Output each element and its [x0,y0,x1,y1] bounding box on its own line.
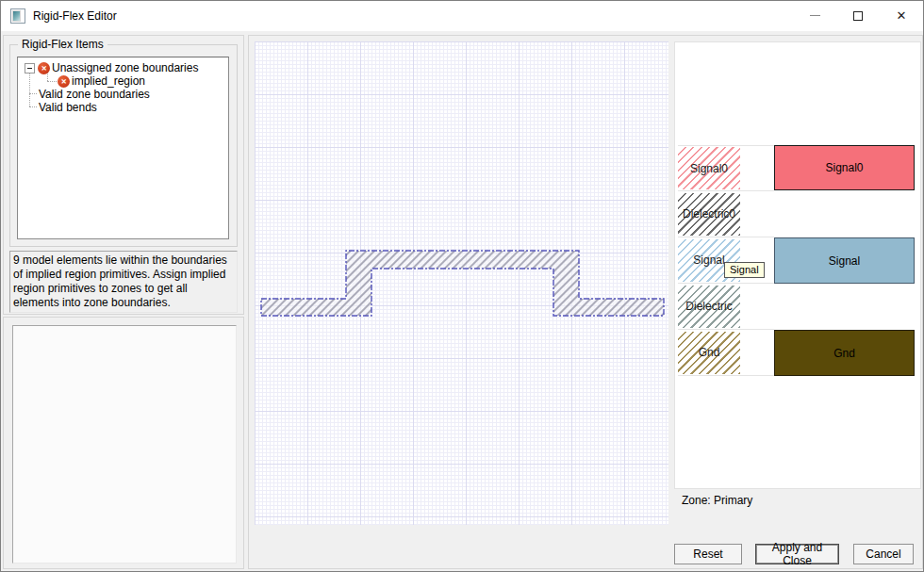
tree-item-implied-region[interactable]: implied_region [58,74,145,88]
tree-item-valid-bends[interactable]: Valid bends [39,101,97,114]
app-icon [10,8,25,24]
collapse-toggle-icon[interactable] [25,63,35,74]
rigid-flex-region-shape[interactable] [255,41,668,525]
zone-layer-rect-signal[interactable]: Signal [774,237,915,284]
tree-item-label: Valid zone boundaries [39,88,150,101]
close-button[interactable]: ✕ [880,1,923,30]
apply-and-close-button[interactable]: Apply and Close [755,544,839,564]
tree-connector [29,106,37,107]
groupbox-title: Rigid-Flex Items [18,38,107,51]
layer-label: Dielectric0 [683,207,735,221]
zone-layer-rect-gnd[interactable]: Gnd [774,330,915,376]
layer-label: Signal0 [690,162,728,175]
zone-layer-label: Signal0 [825,161,863,174]
layer-row-dielectric0[interactable]: Dielectric0 [678,191,774,237]
tree-item-label: Valid bends [39,101,97,114]
zone-layer-rect-signal0[interactable]: Signal0 [774,145,915,190]
layer-row-signal0[interactable]: Signal0 [678,145,774,191]
layer-hatch-signal0[interactable]: Signal0 [678,147,740,189]
layer-label: Dielectric [685,300,732,313]
layer-row-dielectric[interactable]: Dielectric [678,284,774,330]
minimize-button[interactable] [793,1,836,30]
tree-item-label: implied_region [72,74,145,88]
tree-item-valid-zone-boundaries[interactable]: Valid zone boundaries [39,88,150,101]
maximize-icon [853,11,863,21]
tree-connector [47,81,57,82]
layer-hatch-dielectric0[interactable]: Dielectric0 [678,193,740,236]
editor-pane: Signal0 Dielectric0 Signal Dielectric [248,35,923,569]
rigid-flex-editor-dialog: Rigid-Flex Editor ✕ Rigid-Flex Items Una… [0,0,924,572]
layer-label: Signal [693,253,724,267]
board-outline-canvas[interactable] [255,41,668,525]
zone-layer-label: Signal [829,254,860,268]
rigid-flex-items-groupbox: Rigid-Flex Items Unassigned zone boundar… [9,44,238,247]
layer-label-column: Signal0 Dielectric0 Signal Dielectric [678,145,774,376]
layer-hatch-dielectric[interactable]: Dielectric [678,286,740,328]
tree-item-label: Unassigned zone boundaries [52,61,198,74]
layer-row-gnd[interactable]: Gnd [678,330,774,376]
title-bar[interactable]: Rigid-Flex Editor ✕ [1,1,923,31]
layer-tooltip: Signal [724,262,765,278]
close-icon: ✕ [897,9,907,22]
tree-item-unassigned-zone-boundaries[interactable]: Unassigned zone boundaries [25,61,198,74]
error-icon [58,75,70,88]
tree-connector [29,93,37,94]
zone-indicator: Zone: Primary [682,494,752,507]
info-message: 9 model elements lie within the boundari… [9,251,238,313]
maximize-button[interactable] [836,1,880,30]
minimize-icon [810,15,820,16]
layer-hatch-gnd[interactable]: Gnd [678,332,740,374]
layer-stackup-panel: Signal0 Dielectric0 Signal Dielectric [674,41,921,489]
detail-pane [3,317,244,569]
detail-list[interactable] [12,325,237,564]
rigid-flex-items-pane: Rigid-Flex Items Unassigned zone boundar… [3,35,244,315]
reset-button[interactable]: Reset [674,544,742,564]
tree-connector [29,73,30,106]
zone-layer-label: Gnd [833,347,855,360]
layer-label: Gnd [699,346,720,359]
error-icon [38,62,50,74]
window-title: Rigid-Flex Editor [33,9,117,23]
cancel-button[interactable]: Cancel [853,544,914,564]
rigid-flex-items-tree[interactable]: Unassigned zone boundaries implied_regio… [17,57,229,239]
